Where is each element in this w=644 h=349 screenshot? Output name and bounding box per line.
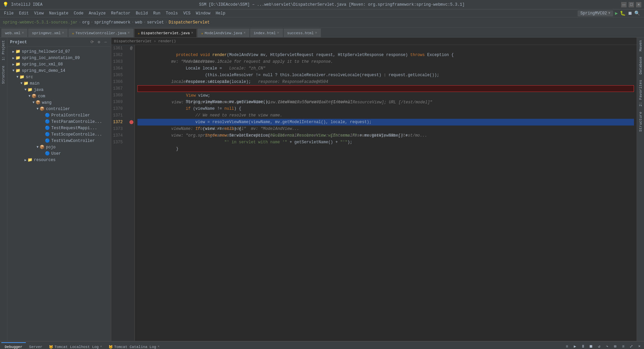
tab-webxml-close[interactable]: × (22, 31, 24, 35)
menu-navigate[interactable]: Navigate (46, 10, 71, 16)
nav-springframework[interactable]: springframework (94, 20, 130, 25)
menu-analyze[interactable]: Analyze (86, 10, 108, 16)
bottom-tab-localhost-log[interactable]: 🐱 Tomcat Localhost Log × (46, 342, 105, 349)
sidebar-collapse-icon[interactable]: — (103, 40, 108, 45)
localhost-log-close[interactable]: × (100, 345, 102, 349)
toolbar-resume-btn[interactable]: ▶ (572, 343, 578, 349)
tab-modelandview-close[interactable]: × (243, 31, 245, 35)
tree-arrow-resources: ▶ (23, 158, 27, 162)
nav-dispatcherservlet[interactable]: DispatcherServlet (169, 20, 210, 25)
run-button[interactable]: ▶ (615, 10, 618, 16)
menu-build[interactable]: Build (133, 10, 151, 16)
tree-item-helloworld[interactable]: ▶ 📁 spring_helloworld_07 (7, 48, 111, 55)
menu-code[interactable]: Code (71, 10, 86, 16)
tree-item-pojo[interactable]: ▼ 📦 pojo (7, 144, 111, 150)
folder-icon-java: 📁 (27, 87, 33, 92)
bottom-tab-catalina-log[interactable]: 🐱 Tomcat Catalina Log × (105, 342, 163, 349)
tree-item-user[interactable]: 🔵 User (7, 150, 111, 157)
tab-indexhtml-close[interactable]: × (277, 31, 279, 35)
right-tab-database[interactable]: Database (637, 54, 644, 77)
tree-arrow-controller: ▼ (36, 107, 40, 111)
code-area[interactable]: DispatcherServlet › render() 1361 1362 1… (111, 38, 637, 341)
nav-org[interactable]: org (82, 20, 90, 25)
tree-label-resources: resources (34, 158, 56, 162)
tree-label-com: com (38, 94, 45, 99)
menu-edit[interactable]: Edit (16, 10, 32, 16)
toolbar-close-btn[interactable]: × (636, 343, 643, 349)
nav-jar[interactable]: spring-webmvc-5.3.1-sources.jar (3, 20, 77, 25)
menu-vcs[interactable]: VCS (181, 10, 193, 16)
tree-arrow-pojo: ▼ (36, 145, 40, 149)
close-button[interactable]: ✕ (636, 2, 641, 7)
tab-testviewcontroller-close[interactable]: × (128, 31, 130, 35)
tab-successhtml-close[interactable]: × (315, 31, 317, 35)
breakpoint-marker[interactable] (129, 120, 133, 124)
toolbar-stepover-btn[interactable]: ↷ (604, 343, 610, 349)
tree-item-mvcdemo[interactable]: ▼ 📁 spring_mvc_demo_14 (7, 67, 111, 74)
project-tree: ▶ 📁 spring_helloworld_07 ▶ 📁 spring_ioc_… (7, 47, 111, 341)
tree-item-testscope[interactable]: 🔵 TestScopeControlle... (7, 131, 111, 138)
left-vertical-tabs: 1: Project Structure (0, 38, 7, 341)
tree-item-wang[interactable]: ▼ 📦 wang (7, 99, 111, 106)
menu-view[interactable]: View (32, 10, 47, 16)
tab-modelandview[interactable]: ☕ ModelAndView.java × (197, 29, 249, 37)
tree-item-src[interactable]: ▼ 📁 src (7, 74, 111, 80)
tree-item-testparam[interactable]: 🔵 TestParamControlle... (7, 118, 111, 125)
menu-refactor[interactable]: Refactor (108, 10, 133, 16)
menu-help[interactable]: Help (213, 10, 228, 16)
tree-item-controller[interactable]: ▼ 📦 controller (7, 106, 111, 112)
code-scroll-area[interactable]: 1361 1362 1363 1364 1365 1366 1367 1368 … (111, 45, 637, 341)
tree-item-xml08[interactable]: ▶ 📁 spring_ioc_xml_08 (7, 61, 111, 67)
nav-web[interactable]: web (135, 20, 142, 25)
sidebar-sync-icon[interactable]: ⟳ (90, 40, 95, 45)
bottom-tab-debugger[interactable]: Debugger (1, 342, 26, 349)
tab-dispatcherservlet-close[interactable]: × (191, 31, 193, 35)
right-tab-maven[interactable]: Maven (637, 38, 644, 54)
folder-icon-resources: 📁 (27, 157, 33, 162)
tab-webxml[interactable]: web.xml × (1, 29, 27, 37)
code-lines[interactable]: protected void render(ModelAndView mv, H… (135, 45, 637, 341)
tree-item-com[interactable]: ▼ 📦 com (7, 93, 111, 99)
tab-indexhtml[interactable]: index.html × (250, 29, 283, 37)
main-area: 1: Project Structure Project ⟳ ⚙ — ▶ 📁 s… (0, 38, 644, 341)
debug-button[interactable]: 🐛 (620, 10, 626, 16)
tab-dispatcherservlet[interactable]: ☕ DispatcherServlet.java × (134, 29, 197, 37)
toolbar-restart-btn[interactable]: ↺ (596, 343, 602, 349)
toolbar-pause-btn[interactable]: ⏸ (580, 343, 586, 349)
tab-springmvcxml[interactable]: springmvc.xml × (28, 29, 68, 37)
minimize-button[interactable]: — (621, 2, 627, 7)
right-tab-favorites[interactable]: 2: Favorites (637, 77, 644, 109)
sidebar-gear-icon[interactable]: ⚙ (96, 40, 102, 45)
toolbar-settings-btn[interactable]: ≡ (620, 343, 627, 349)
toolbar-menu-btn[interactable]: ≡ (564, 343, 570, 349)
tree-item-main[interactable]: ▼ 📁 main (7, 80, 111, 87)
tree-item-testviewcontroller[interactable]: 🔵 TestViewController (7, 138, 111, 144)
tab-testviewcontroller[interactable]: ☕ TestViewController.java × (68, 29, 133, 37)
package-icon-wang: 📦 (36, 100, 41, 105)
nav-servlet[interactable]: servlet (147, 20, 164, 25)
toolbar-expand-btn[interactable]: ⤢ (628, 343, 635, 349)
menu-window[interactable]: Window (193, 10, 213, 16)
menu-tools[interactable]: Tools (163, 10, 181, 16)
maximize-button[interactable]: ☐ (629, 2, 634, 7)
vtab-structure[interactable]: Structure (0, 63, 7, 87)
run-config-selector[interactable]: SpringMVC02 ▼ (578, 10, 613, 16)
menu-file[interactable]: File (1, 10, 16, 16)
vtab-project[interactable]: 1: Project (0, 38, 7, 63)
bottom-tab-server[interactable]: Server (26, 342, 46, 349)
search-everywhere[interactable]: 🔍 (634, 10, 640, 16)
right-tab-structure[interactable]: Structure (637, 109, 644, 134)
tab-springmvcxml-close[interactable]: × (62, 31, 64, 35)
tree-item-protalcontroller[interactable]: 🔵 ProtalController (7, 112, 111, 118)
tree-item-testrequest[interactable]: 🔵 TestRequestMappi... (7, 125, 111, 131)
tree-item-resources[interactable]: ▶ 📁 resources (7, 157, 111, 163)
toolbar-grid-btn[interactable]: ⊞ (612, 343, 619, 349)
tree-item-annotation[interactable]: ▶ 📁 spring_ioc_annotation_09 (7, 55, 111, 61)
toolbar-stop-btn[interactable]: ⏹ (588, 343, 594, 349)
catalina-log-close[interactable]: × (158, 345, 160, 349)
folder-icon-helloworld: 📁 (15, 49, 20, 54)
stop-button[interactable]: ⏹ (628, 11, 632, 16)
tab-successhtml[interactable]: success.html × (284, 29, 321, 37)
tree-item-java[interactable]: ▼ 📁 java (7, 87, 111, 93)
menu-run[interactable]: Run (151, 10, 163, 16)
